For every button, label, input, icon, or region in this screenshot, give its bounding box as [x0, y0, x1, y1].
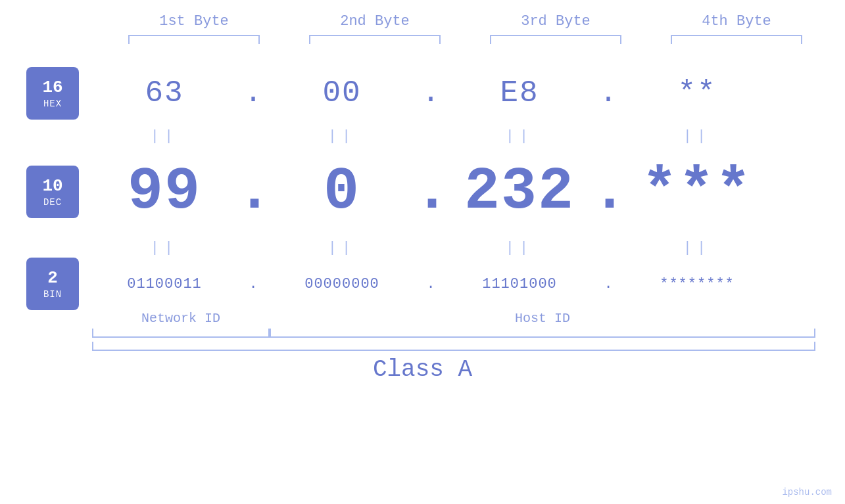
dec-badge-wrapper: 10 DEC — [26, 149, 79, 235]
eq-row-1: || || || || — [92, 123, 815, 149]
class-label: Class A — [0, 356, 845, 383]
hex-b2: 00 — [270, 76, 414, 110]
eq1-b4: || — [625, 128, 769, 145]
id-labels: Network ID Host ID — [92, 311, 815, 326]
dec-dot3: . — [592, 158, 625, 225]
network-id-label: Network ID — [92, 311, 270, 326]
bracket-byte3 — [490, 35, 621, 44]
eq-row-2: || || || || — [92, 235, 815, 261]
hex-b3: E8 — [447, 76, 592, 110]
hex-b1: 63 — [92, 76, 237, 110]
hex-badge-wrapper: 16 HEX — [26, 64, 79, 123]
eq2-b3: || — [447, 240, 592, 256]
bottom-brackets — [92, 329, 815, 338]
watermark: ipshu.com — [782, 487, 832, 497]
bin-dot1: . — [237, 276, 270, 292]
bin-b3: 11101000 — [447, 276, 592, 292]
hex-b4: ** — [625, 76, 769, 110]
bin-b4: ******** — [625, 276, 769, 292]
dec-b1: 99 — [92, 158, 237, 225]
bin-b1: 01100011 — [92, 276, 237, 292]
bin-badge: 2 BIN — [26, 258, 79, 310]
top-bracket-row — [104, 35, 827, 44]
hex-badge: 16 HEX — [26, 67, 79, 120]
hex-badge-label: HEX — [43, 99, 62, 109]
host-id-bracket — [270, 329, 815, 338]
bin-badge-wrapper: 2 BIN — [26, 261, 79, 307]
hex-dot1: . — [237, 76, 270, 110]
dec-b2: 0 — [270, 158, 414, 225]
badge-column: 16 HEX 10 DEC 2 BIN — [0, 64, 92, 307]
bin-b2: 00000000 — [270, 276, 414, 292]
main-container: 1st Byte 2nd Byte 3rd Byte 4th Byte 16 H… — [0, 0, 845, 504]
bin-row: 01100011 . 00000000 . 11101000 . *******… — [92, 261, 815, 307]
eq1-b1: || — [92, 128, 237, 145]
eq2-b4: || — [625, 240, 769, 256]
byte-headers: 1st Byte 2nd Byte 3rd Byte 4th Byte — [104, 13, 827, 30]
eq1-b3: || — [447, 128, 592, 145]
dec-dot1: . — [237, 158, 270, 225]
eq2-b2: || — [270, 240, 414, 256]
byte1-label: 1st Byte — [122, 13, 266, 30]
eq1-b2: || — [270, 128, 414, 145]
dec-badge: 10 DEC — [26, 166, 79, 218]
bracket-byte2 — [309, 35, 441, 44]
network-id-bracket — [92, 329, 270, 338]
bin-dot3: . — [592, 276, 625, 292]
dec-b3: 232 — [447, 158, 592, 225]
outer-bracket-wrapper — [92, 342, 815, 351]
hex-dot3: . — [592, 76, 625, 110]
byte3-label: 3rd Byte — [483, 13, 628, 30]
bracket-byte1 — [128, 35, 260, 44]
dec-badge-label: DEC — [43, 197, 62, 208]
data-rows: 63 . 00 . E8 . ** || || || || 99 — [92, 64, 815, 307]
dec-dot2: . — [414, 158, 447, 225]
dec-b4: *** — [625, 158, 769, 225]
dec-badge-num: 10 — [42, 176, 62, 196]
hex-badge-num: 16 — [42, 78, 62, 98]
bin-badge-label: BIN — [43, 289, 62, 300]
byte2-label: 2nd Byte — [302, 13, 447, 30]
bin-dot2: . — [414, 276, 447, 292]
outer-bracket — [92, 342, 815, 351]
bracket-byte4 — [671, 35, 802, 44]
body-area: 16 HEX 10 DEC 2 BIN — [0, 64, 845, 307]
bin-badge-num: 2 — [47, 268, 58, 288]
bottom-section: Network ID Host ID Class A — [0, 311, 845, 383]
eq2-b1: || — [92, 240, 237, 256]
hex-row: 63 . 00 . E8 . ** — [92, 64, 815, 123]
hex-dot2: . — [414, 76, 447, 110]
host-id-label: Host ID — [270, 311, 815, 326]
byte4-label: 4th Byte — [664, 13, 809, 30]
dec-row: 99 . 0 . 232 . *** — [92, 149, 815, 235]
